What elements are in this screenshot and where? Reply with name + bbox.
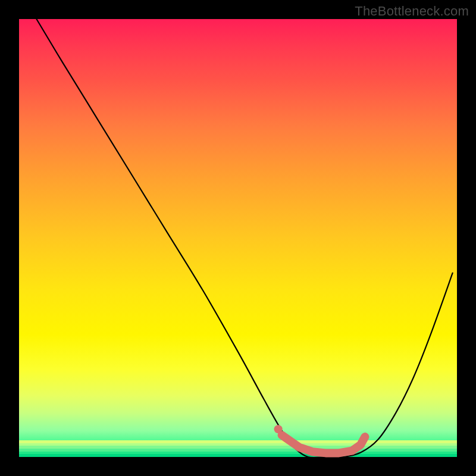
curve-layer [19,19,457,457]
chart-frame: TheBottleneck.com [0,0,476,476]
bottleneck-curve [36,19,452,458]
highlighted-range-markers [274,425,365,453]
plot-area [19,19,457,457]
marker-band [282,435,365,453]
watermark-text: TheBottleneck.com [355,4,469,19]
marker-lead-dot [274,425,283,433]
